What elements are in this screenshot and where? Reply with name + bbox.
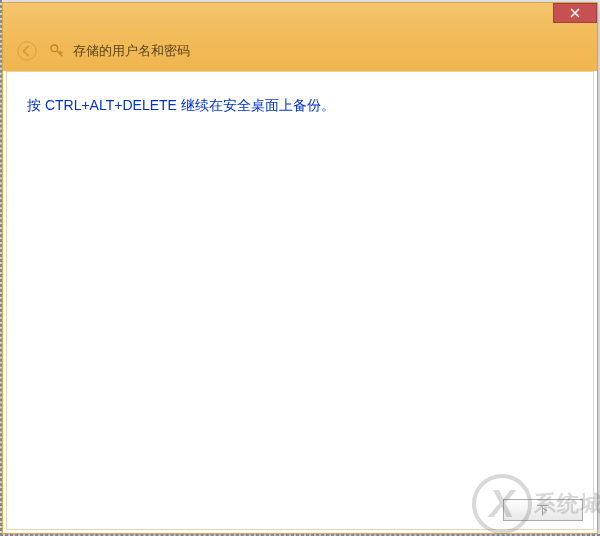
header-bar: 存储的用户名和密码 <box>3 31 597 71</box>
titlebar <box>3 3 597 31</box>
back-button[interactable] <box>13 37 41 65</box>
instruction-message: 按 CTRL+ALT+DELETE 继续在安全桌面上备份。 <box>27 97 573 115</box>
footer-buttons: 下 <box>503 499 583 521</box>
svg-point-0 <box>18 42 36 60</box>
back-arrow-icon <box>17 41 37 61</box>
dialog-window: 存储的用户名和密码 按 CTRL+ALT+DELETE 继续在安全桌面上备份。 … <box>2 2 598 534</box>
window-title: 存储的用户名和密码 <box>73 42 190 60</box>
next-button[interactable]: 下 <box>503 499 583 521</box>
content-area: 按 CTRL+ALT+DELETE 继续在安全桌面上备份。 下 X 系统城 <box>6 71 594 530</box>
close-icon <box>570 8 580 18</box>
close-button[interactable] <box>553 3 597 23</box>
key-icon <box>49 43 65 59</box>
svg-point-1 <box>51 45 58 52</box>
